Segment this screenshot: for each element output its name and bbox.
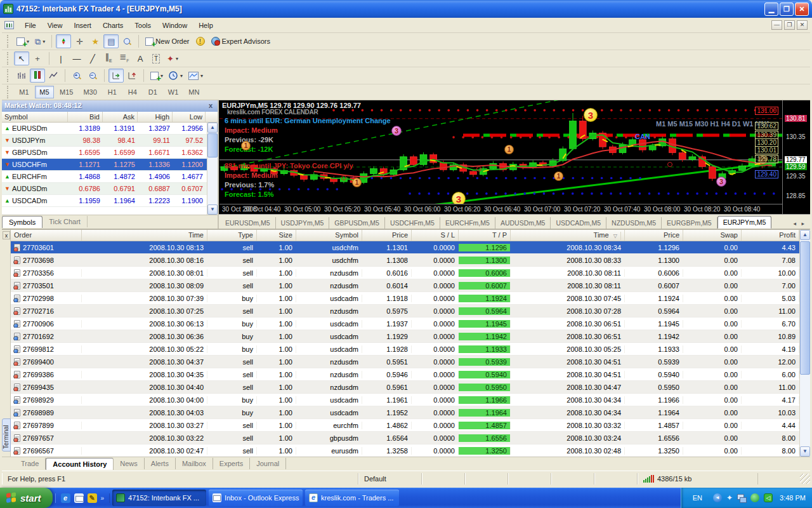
menu-tools[interactable]: Tools — [129, 20, 157, 31]
price-axis[interactable]: 130.81130.35129.77129.59129.35128.85 — [782, 100, 810, 214]
column-header-type[interactable]: Type — [207, 230, 257, 241]
column-header-symbol[interactable]: Symbol — [296, 230, 362, 241]
trendline-button[interactable]: ╱ — [85, 51, 100, 65]
menu-insert[interactable]: Insert — [68, 20, 97, 31]
tab-tick-chart[interactable]: Tick Chart — [43, 216, 88, 227]
data-window-button[interactable]: ✛ — [72, 34, 87, 48]
market-watch-scrollbar[interactable]: ▲ ▼ — [207, 123, 218, 215]
menu-window[interactable]: Window — [157, 20, 193, 31]
mdi-minimize-button[interactable]: — — [771, 20, 782, 30]
resize-grip[interactable] — [800, 474, 810, 484]
column-header-low[interactable]: Low — [173, 112, 206, 122]
timeframe-w1[interactable]: W1 — [164, 86, 183, 98]
market-watch-row[interactable]: ▲EURCHFm1.48681.48721.49061.4677 — [2, 171, 207, 183]
menu-view[interactable]: View — [42, 20, 69, 31]
market-watch-row[interactable]: ▼USDCHFm1.12711.12751.13361.1200 — [2, 159, 207, 171]
vertical-line-button[interactable]: | — [53, 51, 69, 65]
terminal-close-icon[interactable]: x — [3, 231, 10, 239]
history-row[interactable]: 276993862008.10.30 04:35sell1.00nzdusdm0… — [11, 368, 799, 381]
chart-tab-usdcadm-m5[interactable]: USDCADm,M5 — [551, 217, 606, 229]
app-shortcut-icon[interactable]: ✎ — [88, 493, 97, 503]
chart-tab-eurjpym-m5[interactable]: EURJPYm,M5 — [717, 216, 772, 229]
candlestick-button[interactable] — [30, 69, 45, 83]
market-watch-caption[interactable]: Market Watch: 08:48:12 x — [2, 100, 218, 112]
metaeditor-button[interactable]: ! — [193, 34, 208, 48]
task-button-page[interactable]: kreslik.com - Traders ... — [305, 490, 399, 506]
terminal-tab-account-history[interactable]: Account History — [46, 458, 114, 470]
timeframe-m15[interactable]: M15 — [55, 86, 77, 98]
scroll-up-icon[interactable]: ▲ — [800, 230, 810, 240]
periods-button[interactable]: ▾ — [166, 69, 185, 83]
market-watch-row[interactable]: ▼USDJPYm98.3898.4199.1197.52 — [2, 135, 207, 147]
zoom-out-button[interactable]: − — [85, 69, 100, 83]
column-header-t-p[interactable]: T / P — [459, 230, 511, 241]
new-order-button[interactable]: New Order — [143, 34, 192, 48]
toolbar-grip[interactable] — [7, 86, 10, 98]
column-header-time[interactable]: Time — [82, 230, 207, 241]
timeframe-mn[interactable]: MN — [184, 86, 204, 98]
scroll-thumb[interactable] — [800, 241, 810, 375]
terminal-tab-alerts[interactable]: Alerts — [145, 458, 176, 469]
language-indicator[interactable]: EN — [689, 494, 706, 502]
menu-help[interactable]: Help — [193, 20, 219, 31]
time-axis[interactable]: 30 Oct 200830 Oct 04:4030 Oct 05:0030 Oc… — [219, 204, 782, 214]
toolbar-grip[interactable] — [7, 35, 10, 48]
chart-tab-eurusdm-m5[interactable]: EURUSDm,M5 — [220, 217, 276, 229]
market-watch-row[interactable]: ▲EURUSDm1.31891.31911.32971.2956 — [2, 123, 207, 135]
column-header-s-l[interactable]: S / L — [412, 230, 459, 241]
internet-explorer-icon[interactable]: e — [61, 493, 70, 503]
minimize-button[interactable]: ▁ — [764, 3, 778, 16]
terminal-tab-mailbox[interactable]: Mailbox — [176, 458, 213, 469]
history-table-header[interactable]: OrderTimeTypeSizeSymbolPriceS / LT / PTi… — [11, 230, 799, 241]
history-row[interactable]: 276994002008.10.30 04:37sell1.00nzdusdm0… — [11, 356, 799, 368]
channel-button[interactable]: ∥E — [101, 51, 116, 65]
column-header-symbol[interactable]: Symbol — [2, 112, 68, 122]
column-header-price[interactable]: Price — [625, 230, 683, 241]
history-row[interactable]: 276989892008.10.30 04:03buy1.00usdcadm1.… — [11, 406, 799, 419]
chart-tab-usdjpym-m5[interactable]: USDJPYm,M5 — [276, 217, 330, 229]
column-header-high[interactable]: High — [138, 112, 173, 122]
market-watch-header[interactable]: SymbolBidAskHighLow — [2, 112, 218, 123]
bar-chart-button[interactable] — [14, 69, 29, 83]
column-header-size[interactable]: Size — [257, 230, 296, 241]
chart-tab-eurgbpm-m5[interactable]: EURGBPm,M5 — [662, 217, 717, 229]
line-chart-button[interactable] — [46, 69, 61, 83]
task-button-chart[interactable]: 47152: Interbank FX ... — [112, 490, 206, 506]
navigator-button[interactable]: ★ — [88, 34, 103, 48]
scroll-down-icon[interactable]: ▼ — [207, 204, 218, 215]
timeframe-h4[interactable]: H4 — [123, 86, 142, 98]
horizontal-line-button[interactable]: — — [69, 51, 84, 65]
history-row[interactable]: 277036982008.10.30 08:16sell1.00usdchfm1… — [11, 254, 799, 267]
strategy-tester-button[interactable] — [119, 34, 134, 48]
price-chart[interactable]: EURJPYm,M5 129.78 129.90 129.76 129.77kr… — [219, 100, 782, 204]
terminal-vertical-tab[interactable]: Terminal — [2, 418, 11, 451]
tab-scroll-arrows[interactable]: ◂ ▸ — [790, 218, 809, 229]
column-header-time[interactable]: Time ▽ — [511, 230, 625, 241]
profiles-button[interactable]: ⧉▾ — [32, 34, 48, 48]
arrows-button[interactable]: ✦▾ — [164, 51, 181, 65]
history-row[interactable]: 276994352008.10.30 04:40sell1.00nzdusdm0… — [11, 381, 799, 394]
terminal-tab-journal[interactable]: Journal — [250, 458, 286, 469]
column-header-price[interactable]: Price — [362, 230, 412, 241]
history-row[interactable]: 277033562008.10.30 08:01sell1.00nzdusdm0… — [11, 267, 799, 279]
indicators-button[interactable]: ▾ — [148, 69, 166, 83]
history-row[interactable]: 277016922008.10.30 06:36buy1.00usdcadm1.… — [11, 330, 799, 343]
terminal-tab-news[interactable]: News — [114, 458, 145, 469]
status-profile[interactable]: Default — [358, 473, 422, 485]
history-row[interactable]: 277009062008.10.30 06:13buy1.00usdcadm1.… — [11, 318, 799, 330]
toolbar-grip[interactable] — [7, 69, 10, 82]
timeframe-h1[interactable]: H1 — [103, 86, 122, 98]
network-icon[interactable] — [737, 493, 746, 502]
history-row[interactable]: 276965672008.10.30 02:47sell1.00eurusdm1… — [11, 444, 799, 457]
task-button-mail[interactable]: Inbox - Outlook Express — [209, 490, 303, 506]
chart-tab-nzdusdm-m5[interactable]: NZDUSDm,M5 — [606, 217, 662, 229]
menu-charts[interactable]: Charts — [97, 20, 129, 31]
auto-scroll-button[interactable] — [108, 69, 124, 83]
text-button[interactable]: A — [133, 51, 148, 65]
market-watch-row[interactable]: ▼AUDUSDm0.67860.67910.68870.6707 — [2, 183, 207, 195]
history-row[interactable]: 276976572008.10.30 03:22sell1.00gbpusdm1… — [11, 432, 799, 444]
column-header-bid[interactable]: Bid — [68, 112, 103, 122]
tab-symbols[interactable]: Symbols — [2, 216, 43, 228]
column-header-swap[interactable]: Swap — [683, 230, 742, 241]
mail-icon[interactable] — [74, 493, 84, 503]
